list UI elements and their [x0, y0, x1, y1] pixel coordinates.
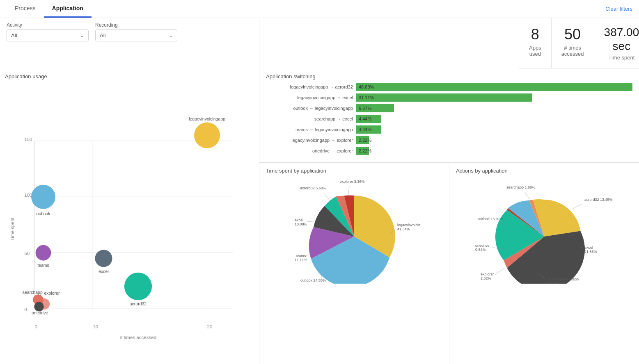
- bar-container-6: 2.22%: [356, 147, 632, 155]
- svg-text:acrord32 5.68%: acrord32 5.68%: [300, 186, 326, 190]
- svg-text:explorer: explorer: [481, 272, 494, 276]
- bar-value-3: 4.44%: [359, 116, 371, 121]
- svg-text:onedrive: onedrive: [32, 310, 48, 315]
- bar-label-1: legacyinvoicingapp → excel: [266, 95, 356, 100]
- bar-label-5: legacyinvoicingapp → explorer: [266, 138, 356, 143]
- bar-fill-5: 2.22%: [356, 136, 369, 144]
- top-section: Activity All ⌄ Recording All ⌄ 8 Apps us…: [0, 18, 639, 68]
- app-switching-section: Application switching legacyinvoicingapp…: [259, 68, 639, 163]
- svg-text:searchapp: searchapp: [23, 290, 43, 295]
- svg-text:outlook: outlook: [37, 212, 51, 216]
- svg-text:explorer 3.36%: explorer 3.36%: [340, 180, 365, 184]
- stat-apps-used-label: Apps used: [529, 45, 541, 57]
- actions-by-app-section: Actions by application: [449, 163, 639, 364]
- activity-label: Activity: [7, 22, 89, 28]
- bar-row-6: onedrive → explorer 2.22%: [266, 147, 632, 155]
- stat-apps-used-value: 8: [529, 25, 541, 43]
- svg-text:0: 0: [35, 324, 37, 329]
- bar-row-4: teams → legacyinvoicingapp 4.44%: [266, 125, 632, 134]
- bar-chart: legacyinvoicingapp → acrord32 48.89% leg…: [266, 83, 632, 155]
- activity-select[interactable]: All ⌄: [7, 30, 89, 41]
- bubble-teams: [36, 245, 51, 261]
- recording-value: All: [100, 32, 105, 39]
- bar-container-2: 6.67%: [356, 104, 632, 112]
- recording-filter-group: Recording All ⌄: [95, 22, 177, 64]
- svg-line-38: [348, 186, 349, 196]
- svg-text:teams: teams: [296, 254, 306, 258]
- bottom-charts: Time spent by application: [259, 163, 639, 364]
- svg-text:onedrive: onedrive: [475, 243, 490, 248]
- time-spent-section: Time spent by application: [259, 163, 449, 364]
- bar-value-1: 31.11%: [359, 95, 374, 100]
- svg-line-40: [573, 204, 582, 209]
- activity-value: All: [11, 32, 17, 39]
- bar-value-0: 48.89%: [359, 84, 374, 89]
- bar-label-0: legacyinvoicingapp → acrord32: [266, 84, 356, 89]
- bar-row-0: legacyinvoicingapp → acrord32 48.89%: [266, 83, 632, 91]
- bar-label-3: searchapp → excel: [266, 116, 356, 121]
- bubble-acrord32: [124, 273, 152, 300]
- bar-container-3: 4.44%: [356, 115, 632, 123]
- time-spent-title: Time spent by application: [266, 168, 442, 174]
- svg-text:2.52%: 2.52%: [481, 276, 491, 280]
- stat-times-accessed-value: 50: [561, 25, 584, 43]
- filters-area: Activity All ⌄ Recording All ⌄: [0, 18, 259, 68]
- bar-row-3: searchapp → excel 4.44%: [266, 115, 632, 123]
- bar-row-5: legacyinvoicingapp → explorer 2.22%: [266, 136, 632, 144]
- bar-label-2: outlook → legacyinvoicingapp: [266, 106, 356, 111]
- bar-container-5: 2.22%: [356, 136, 632, 144]
- svg-text:150: 150: [24, 137, 32, 142]
- bar-value-2: 6.67%: [359, 106, 371, 111]
- svg-line-56: [524, 192, 531, 200]
- activity-filter-group: Activity All ⌄: [7, 22, 89, 64]
- svg-text:11.11%: 11.11%: [295, 258, 307, 262]
- bar-label-4: teams → legacyinvoicingapp: [266, 127, 356, 132]
- svg-text:acrord32 13.45%: acrord32 13.45%: [584, 198, 613, 202]
- app-usage-title: Application usage: [5, 73, 254, 80]
- bar-value-4: 4.44%: [359, 127, 371, 132]
- svg-text:legacyinvoicingapp: legacyinvoicingapp: [189, 117, 225, 122]
- svg-line-36: [323, 193, 330, 201]
- recording-select[interactable]: All ⌄: [95, 30, 177, 41]
- bar-container-0: 48.89%: [356, 83, 632, 91]
- recording-chevron-icon: ⌄: [169, 33, 173, 39]
- clear-filters-button[interactable]: Clear filters: [605, 1, 632, 17]
- time-spent-pie-svg: legacyinvoicingapp 41.34% outlook 24.55%…: [289, 177, 420, 284]
- svg-text:0.84%: 0.84%: [475, 248, 486, 252]
- activity-chevron-icon: ⌄: [80, 33, 84, 39]
- tabs-left: Process Application: [7, 0, 92, 18]
- svg-text:teams: teams: [37, 263, 49, 268]
- top-tabs: Process Application Clear filters: [0, 0, 639, 18]
- svg-text:21.85%: 21.85%: [584, 250, 597, 254]
- bar-row-1: legacyinvoicingapp → excel 31.11%: [266, 93, 632, 102]
- bar-label-6: onedrive → explorer: [266, 148, 356, 153]
- actions-by-app-title: Actions by application: [456, 168, 632, 174]
- actions-chart-area: acrord32 13.45% excel 21.85% legacyinvoi…: [456, 177, 632, 284]
- stat-apps-used: 8 Apps used: [519, 18, 552, 68]
- app-switching-title: Application switching: [266, 73, 632, 80]
- stat-time-spent-value: 387.00 sec: [604, 25, 639, 53]
- tab-application[interactable]: Application: [44, 0, 92, 18]
- svg-text:legacyinvoicingapp: legacyinvoicingapp: [547, 277, 579, 281]
- bar-row-2: outlook → legacyinvoicingapp 6.67%: [266, 104, 632, 112]
- main-content: Application usage Time spent 0 50 100 15…: [0, 68, 639, 364]
- stat-times-accessed-label: # times accessed: [561, 45, 584, 57]
- svg-line-34: [303, 221, 316, 222]
- svg-text:10.08%: 10.08%: [295, 222, 307, 226]
- svg-text:explorer: explorer: [44, 291, 60, 296]
- svg-text:100: 100: [24, 193, 32, 198]
- recording-label: Recording: [95, 22, 177, 28]
- right-panel: Application switching legacyinvoicingapp…: [259, 68, 639, 364]
- tab-process[interactable]: Process: [7, 0, 44, 18]
- svg-text:20: 20: [207, 324, 213, 329]
- svg-text:outlook 15.97%: outlook 15.97%: [478, 217, 503, 221]
- bar-value-5: 2.22%: [359, 138, 371, 143]
- bar-fill-0: 48.89%: [356, 83, 632, 91]
- stats-row: 8 Apps used 50 # times accessed 387.00 s…: [519, 18, 639, 68]
- bar-fill-3: 4.44%: [356, 115, 381, 123]
- svg-text:searchapp 1.68%: searchapp 1.68%: [506, 185, 535, 189]
- svg-text:10: 10: [93, 324, 98, 329]
- bubble-legacyinvoicingapp: [194, 123, 220, 148]
- left-panel: Application usage Time spent 0 50 100 15…: [0, 68, 259, 364]
- svg-text:excel: excel: [98, 269, 109, 274]
